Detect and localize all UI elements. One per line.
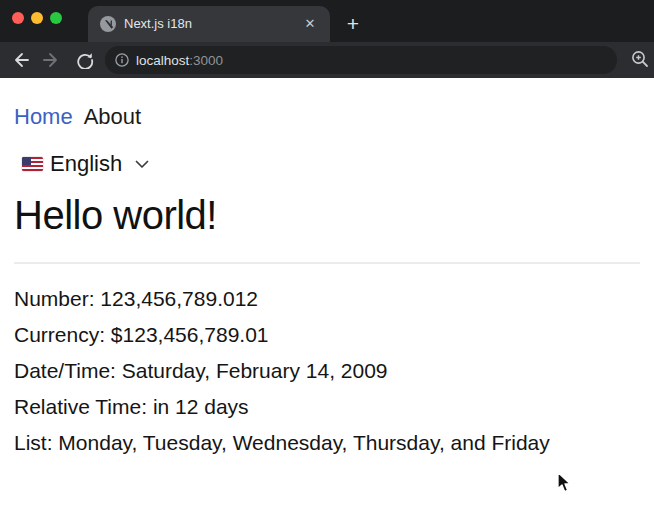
tab-strip: Next.js i18n ✕ + <box>0 0 654 42</box>
nav-link-about[interactable]: About <box>84 104 142 130</box>
nav-link-home[interactable]: Home <box>14 104 73 130</box>
number-line: Number: 123,456,789.012 <box>14 285 640 312</box>
new-tab-button[interactable]: + <box>340 11 366 37</box>
zoom-in-icon[interactable] <box>630 49 650 69</box>
url-text[interactable]: localhost:3000 <box>136 53 223 68</box>
forward-icon[interactable] <box>43 51 61 69</box>
site-nav: Home About <box>14 104 640 130</box>
currency-line: Currency: $123,456,789.01 <box>14 321 640 348</box>
page-content: Home About English Hello world! Number: … <box>0 78 654 532</box>
close-tab-icon[interactable]: ✕ <box>300 14 320 34</box>
close-window-button[interactable] <box>12 12 24 24</box>
nextjs-favicon-icon <box>100 16 116 32</box>
tab-title: Next.js i18n <box>124 16 300 32</box>
mouse-cursor <box>556 471 571 494</box>
chevron-down-icon <box>135 160 149 169</box>
page-info-icon[interactable] <box>115 53 129 67</box>
us-flag-icon <box>22 157 43 171</box>
divider <box>14 262 640 264</box>
formatted-values-list: Number: 123,456,789.012 Currency: $123,4… <box>14 285 640 456</box>
list-line: List: Monday, Tuesday, Wednesday, Thursd… <box>14 429 640 456</box>
minimize-window-button[interactable] <box>31 12 43 24</box>
url-host: localhost <box>136 53 189 68</box>
back-icon[interactable] <box>11 51 29 69</box>
browser-tab[interactable]: Next.js i18n ✕ <box>88 6 330 42</box>
address-bar[interactable]: localhost:3000 <box>105 46 617 74</box>
datetime-line: Date/Time: Saturday, February 14, 2009 <box>14 357 640 384</box>
fullscreen-window-button[interactable] <box>50 12 62 24</box>
reload-icon[interactable] <box>76 51 94 69</box>
language-switcher[interactable]: English <box>22 151 149 177</box>
page-title: Hello world! <box>14 192 640 238</box>
language-label: English <box>50 151 122 177</box>
browser-window: Next.js i18n ✕ + localhost:3000 Home Abo… <box>0 0 654 532</box>
url-port: :3000 <box>189 53 223 68</box>
relative-time-line: Relative Time: in 12 days <box>14 393 640 420</box>
